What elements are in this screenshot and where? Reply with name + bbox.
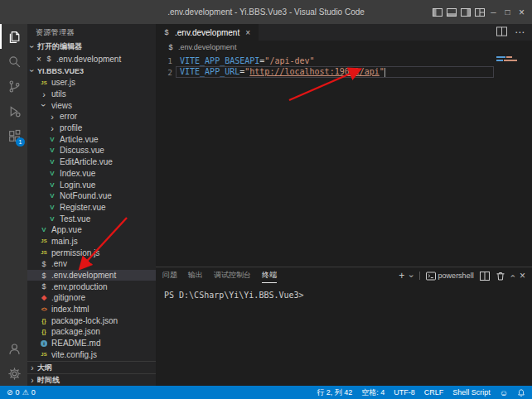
tree-item[interactable]: package.json — [27, 326, 156, 338]
feedback-icon[interactable] — [500, 388, 508, 397]
notifications-bell-icon[interactable] — [517, 388, 525, 397]
split-terminal-icon[interactable] — [480, 272, 490, 281]
text-cursor — [384, 68, 385, 77]
breadcrumb-item[interactable]: .env.development — [178, 43, 236, 51]
problems-status[interactable]: 0 0 — [7, 388, 36, 397]
tree-item[interactable]: main.js — [27, 236, 156, 248]
open-editors-header[interactable]: 打开的编辑器 — [27, 41, 156, 53]
vue-icon — [47, 202, 57, 212]
activity-settings[interactable] — [0, 361, 27, 386]
line-number: 1 — [156, 56, 172, 65]
tree-item[interactable]: user.js — [27, 77, 156, 89]
language-mode-status[interactable]: Shell Script — [452, 388, 491, 397]
code-line-2[interactable]: 2 VITE_APP_URL="http://localhost:19001/a… — [156, 66, 532, 78]
close-editor-icon[interactable] — [34, 55, 44, 64]
more-actions-icon[interactable] — [515, 26, 525, 38]
tree-item[interactable]: Login.vue — [27, 179, 156, 190]
explorer-sidebar: 资源管理器 打开的编辑器 .env.development YI.BBS.VUE… — [27, 24, 156, 386]
activity-accounts[interactable] — [0, 336, 27, 361]
toggle-sidebar-icon[interactable] — [430, 0, 444, 24]
tree-item[interactable]: package-lock.json — [27, 315, 156, 326]
encoding-status[interactable]: UTF-8 — [394, 388, 415, 397]
activity-source-control[interactable] — [0, 74, 27, 99]
activity-search[interactable] — [0, 49, 27, 74]
toggle-secondary-sidebar-icon[interactable] — [458, 0, 472, 24]
tree-item[interactable]: vite.config.js — [27, 349, 156, 361]
tree-item[interactable]: .env.development — [27, 270, 156, 281]
tree-item[interactable]: index.html — [27, 304, 156, 315]
file-name: utils — [51, 89, 66, 99]
editor-actions — [496, 24, 532, 41]
panel-tab-label: 调试控制台 — [214, 268, 251, 282]
tree-item[interactable]: error — [27, 111, 156, 123]
minimize-button[interactable] — [486, 0, 501, 24]
terminal[interactable]: PS D:\CSharp\Yi\Yi.BBS.Vue3> — [156, 284, 532, 386]
extensions-badge: 1 — [16, 137, 25, 147]
tree-item[interactable]: EditArticle.vue — [27, 156, 156, 168]
tree-item[interactable]: permission.js — [27, 247, 156, 258]
powershell-icon — [426, 272, 436, 281]
tree-item[interactable]: README.md — [27, 338, 156, 349]
folder-collapsed-icon — [47, 112, 57, 122]
panel-tab[interactable]: 调试控制台 — [214, 268, 251, 283]
terminal-dropdown-icon[interactable] — [410, 272, 413, 281]
terminal-shell-select[interactable]: powershell — [426, 272, 474, 281]
folder-collapsed-icon — [47, 123, 57, 133]
panel-tab[interactable]: 输出 — [188, 268, 203, 283]
outline-section[interactable]: 大纲 — [27, 361, 156, 373]
file-tree: user.js utils views error profile Articl… — [27, 77, 156, 360]
breadcrumb[interactable]: .env.development — [156, 41, 532, 53]
tree-item[interactable]: views — [27, 99, 156, 111]
tree-item[interactable]: Article.vue — [27, 133, 156, 145]
maximize-button[interactable] — [501, 0, 515, 24]
file-name: .env.production — [51, 282, 108, 291]
tree-item[interactable]: .env — [27, 258, 156, 270]
line-number: 2 — [156, 68, 172, 77]
tab-env-development[interactable]: .env.development — [156, 24, 259, 41]
customize-layout-icon[interactable] — [472, 0, 486, 24]
tree-item[interactable]: Test.vue — [27, 213, 156, 224]
activity-extensions[interactable]: 1 — [0, 123, 27, 148]
kill-terminal-icon[interactable] — [496, 272, 505, 281]
js-icon — [39, 349, 49, 359]
panel-tab[interactable]: 终端 — [262, 268, 277, 283]
open-editor-item[interactable]: .env.development — [27, 53, 156, 65]
panel-tab-label: 输出 — [188, 268, 203, 282]
cursor-position-status[interactable]: 行 2, 列 42 — [317, 387, 352, 398]
vscode-window: .env.development - Yi.BBS.Vue3 - Visual … — [0, 0, 532, 399]
eol-status[interactable]: CRLF — [424, 388, 444, 397]
indentation-status[interactable]: 空格: 4 — [361, 387, 384, 398]
activity-explorer[interactable] — [0, 24, 27, 49]
close-window-button[interactable] — [515, 0, 529, 24]
code-line-1[interactable]: 1 VITE_APP_BASEAPI="/api-dev" — [156, 55, 532, 66]
tree-item[interactable]: Register.vue — [27, 202, 156, 214]
panel-header: 问题输出调试控制台终端 powershell — [156, 267, 532, 284]
tree-item[interactable]: utils — [27, 89, 156, 100]
tree-item[interactable]: Index.vue — [27, 168, 156, 180]
activity-run-debug[interactable] — [0, 99, 27, 123]
maximize-panel-icon[interactable] — [511, 272, 514, 281]
toggle-panel-icon[interactable] — [444, 0, 458, 24]
split-editor-icon[interactable] — [496, 26, 507, 38]
new-terminal-icon[interactable] — [399, 270, 404, 281]
file-name: NotFound.vue — [60, 191, 112, 200]
tree-item[interactable]: Discuss.vue — [27, 145, 156, 156]
panel-tab[interactable]: 问题 — [162, 268, 177, 283]
tree-item[interactable]: App.vue — [27, 224, 156, 236]
project-root-header[interactable]: YI.BBS.VUE3 — [27, 65, 156, 77]
close-panel-icon[interactable] — [520, 270, 525, 281]
file-name: views — [51, 101, 72, 110]
tree-item[interactable]: NotFound.vue — [27, 190, 156, 202]
minimap[interactable] — [496, 56, 530, 63]
vue-icon — [47, 157, 57, 167]
close-tab-icon[interactable] — [243, 28, 253, 37]
tree-item[interactable]: .gitignore — [27, 292, 156, 304]
url-link[interactable]: http://localhost:19001/api — [249, 67, 380, 76]
code-editor[interactable]: 1 VITE_APP_BASEAPI="/api-dev" 2 VITE_APP… — [156, 53, 532, 267]
timeline-section[interactable]: 时间线 — [27, 373, 156, 386]
tree-item[interactable]: profile — [27, 123, 156, 134]
env-icon — [39, 259, 49, 269]
json-icon — [39, 327, 49, 337]
file-name: profile — [60, 123, 82, 132]
tree-item[interactable]: .env.production — [27, 281, 156, 292]
